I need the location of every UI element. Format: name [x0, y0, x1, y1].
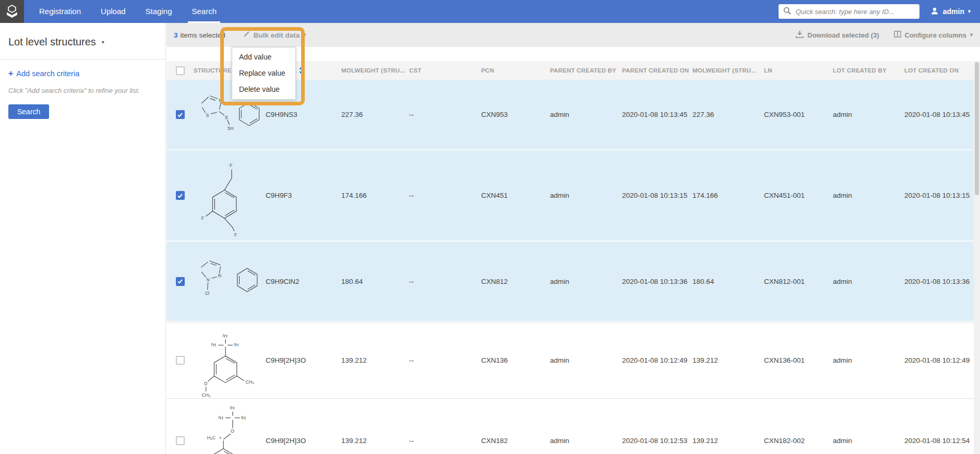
- sort-icon: [298, 67, 303, 74]
- column-header-molweight_structure[interactable]: MOLWEIGHT (STRU...: [341, 67, 409, 74]
- svg-text:S: S: [225, 114, 228, 120]
- cell-molweight_lot: 174.166: [692, 192, 764, 199]
- bulk-edit-data-button[interactable]: Bulk edit data ▾: [243, 31, 306, 39]
- list-type-dropdown[interactable]: Lot level structures ▾: [0, 23, 165, 59]
- criteria-hint-text: Click "Add search criteria" to refine yo…: [8, 87, 157, 94]
- cell-ln: CXN136-001: [764, 356, 833, 364]
- download-selected-label: Download selected (3): [807, 31, 879, 39]
- cell-cst: --: [409, 192, 481, 199]
- svg-text:²H: ²H: [211, 342, 216, 348]
- results-table: STRUCTUREFORMULAMOLWEIGHT (STRU...CSTPCN…: [166, 61, 974, 454]
- row-checkbox[interactable]: [176, 277, 185, 286]
- table-row[interactable]: FFFC9H9F3174.166--CXN451admin2020-01-08 …: [166, 150, 974, 242]
- table-row[interactable]: ²H²H²HOCH₃CH₃C9H9[2H]3O139.212--CXN136ad…: [166, 322, 974, 398]
- cell-lot_created_by: admin: [833, 278, 904, 285]
- svg-text:²H: ²H: [222, 333, 227, 338]
- add-search-criteria-label: Add search criteria: [16, 69, 79, 78]
- row-checkbox[interactable]: [176, 191, 185, 200]
- row-checkbox[interactable]: [176, 436, 185, 445]
- top-nav: RegistrationUploadStagingSearch admin ▾: [0, 0, 980, 23]
- main-nav: RegistrationUploadStagingSearch: [38, 0, 218, 23]
- structure-image-tris-fluoromethyl-benzene[interactable]: FFF: [194, 150, 266, 241]
- search-icon: [783, 7, 791, 17]
- svg-text:F: F: [201, 216, 205, 221]
- cell-formula: C9H9NS3: [266, 111, 341, 118]
- nav-item-staging[interactable]: Staging: [144, 0, 174, 23]
- svg-text:N: N: [219, 98, 222, 103]
- row-checkbox[interactable]: [176, 356, 185, 365]
- column-header-parent_created_on[interactable]: PARENT CREATED ON: [622, 67, 692, 74]
- list-type-label: Lot level structures: [8, 36, 96, 48]
- download-selected-button[interactable]: Download selected (3): [796, 31, 879, 40]
- search-button[interactable]: Search: [8, 104, 49, 119]
- svg-text:O: O: [204, 381, 208, 386]
- cell-parent_created_by: admin: [550, 437, 622, 445]
- cell-lot_created_on: 2020-01-08 10:12:49: [904, 356, 974, 364]
- configure-columns-button[interactable]: Configure columns ▾: [894, 31, 973, 39]
- cell-select: [166, 277, 194, 286]
- structure-image-deuterated-methoxy-toluene[interactable]: ²H²H²HOCH₃CH₃: [194, 322, 266, 398]
- cell-molweight_lot: 139.212: [692, 356, 764, 364]
- select-all-checkbox[interactable]: [176, 66, 185, 75]
- pencil-icon: [243, 31, 250, 39]
- selected-count-label: items selected: [181, 31, 225, 39]
- cell-lot_created_on: 2020-01-08 10:13:15: [904, 192, 974, 199]
- nav-item-search[interactable]: Search: [190, 0, 218, 23]
- column-header-parent_created_by[interactable]: PARENT CREATED BY: [550, 67, 622, 74]
- column-header-lot_created_on[interactable]: LOT CREATED ON: [904, 67, 974, 74]
- toolbar-right: Download selected (3) Configure columns …: [796, 31, 973, 40]
- table-row[interactable]: ²H²H²HOH₃CC9H9[2H]3O139.212--CXN182admin…: [166, 398, 974, 454]
- cell-pcn: CXN182: [481, 437, 550, 445]
- table-row[interactable]: NNClC9H9ClN2180.64--CXN812admin2020-01-0…: [166, 242, 974, 322]
- cell-lot_created_on: 2020-01-08 10:13:45: [904, 111, 974, 118]
- nav-item-upload[interactable]: Upload: [99, 0, 127, 23]
- nav-item-registration[interactable]: Registration: [38, 0, 82, 23]
- svg-text:O: O: [231, 428, 234, 434]
- cell-cst: --: [409, 437, 481, 445]
- cell-ln: CXN182-002: [764, 437, 833, 445]
- structure-image-deuterated-methoxy-ethylbenzene[interactable]: ²H²H²HOH₃C: [194, 399, 266, 454]
- user-label: admin: [943, 7, 964, 16]
- cell-parent_created_by: admin: [550, 111, 622, 118]
- cell-formula: C9H9[2H]3O: [266, 437, 341, 445]
- svg-text:F: F: [234, 232, 237, 237]
- cell-lot_created_on: 2020-01-08 10:12:54: [904, 437, 974, 445]
- user-icon: [930, 6, 939, 17]
- column-header-ln[interactable]: LN: [764, 67, 833, 74]
- cell-pcn: CXN136: [481, 356, 550, 364]
- column-header-cst[interactable]: CST: [409, 67, 481, 74]
- cell-lot_created_by: admin: [833, 192, 904, 199]
- bulk-menu-item-delete-value[interactable]: Delete value: [232, 81, 295, 98]
- svg-text:CH₃: CH₃: [202, 392, 211, 398]
- cell-pcn: CXN953: [481, 111, 550, 118]
- vertical-scrollbar[interactable]: [974, 61, 980, 454]
- row-checkbox[interactable]: [176, 110, 185, 119]
- column-header-molweight_lot[interactable]: MOLWEIGHT (STRU...: [692, 67, 764, 74]
- bulk-menu-item-replace-value[interactable]: Replace value: [232, 65, 295, 81]
- svg-text:²H: ²H: [241, 415, 246, 421]
- search-sidebar: Lot level structures ▾ + Add search crit…: [0, 23, 166, 454]
- cell-molweight_lot: 227.36: [692, 111, 764, 118]
- results-toolbar: 3 items selected Bulk edit data ▾ Downlo…: [166, 23, 980, 47]
- column-header-select[interactable]: [166, 66, 194, 75]
- quick-search-box: [779, 4, 919, 19]
- app-logo-icon[interactable]: [0, 0, 24, 23]
- user-menu[interactable]: admin ▾: [930, 6, 971, 17]
- chevron-down-icon: ▾: [102, 40, 104, 45]
- chevron-down-icon: ▾: [968, 9, 971, 14]
- column-header-pcn[interactable]: PCN: [481, 67, 550, 74]
- cell-cst: --: [409, 278, 481, 285]
- cell-select: [166, 191, 194, 200]
- selected-count: 3: [174, 31, 178, 39]
- cell-molweight_structure: 139.212: [341, 437, 409, 445]
- bulk-menu-item-add-value[interactable]: Add value: [232, 49, 295, 65]
- bulk-edit-data-label: Bulk edit data: [254, 31, 300, 39]
- svg-text:CH₃: CH₃: [246, 379, 255, 385]
- app-root: RegistrationUploadStagingSearch admin ▾ …: [0, 0, 980, 454]
- nav-right: admin ▾: [779, 4, 980, 19]
- scrollbar-thumb[interactable]: [975, 62, 979, 195]
- add-search-criteria-link[interactable]: + Add search criteria: [8, 69, 157, 78]
- quick-search-input[interactable]: [795, 7, 915, 16]
- structure-image-chloro-pyrazole-benzene[interactable]: NNCl: [194, 242, 266, 321]
- column-header-lot_created_by[interactable]: LOT CREATED BY: [833, 67, 904, 74]
